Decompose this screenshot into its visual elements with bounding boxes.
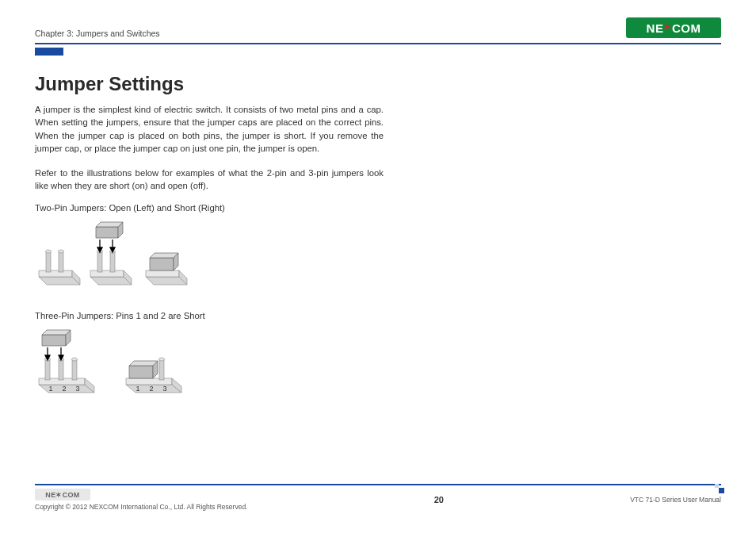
svg-marker-48 [129,366,153,378]
svg-marker-22 [146,270,179,277]
svg-rect-5 [59,251,63,272]
svg-rect-46 [159,359,164,380]
body-paragraph-2: Refer to the illustrations below for exa… [35,167,384,193]
pin-label-3b: 3 [162,385,166,393]
svg-marker-8 [90,270,124,277]
svg-rect-34 [72,359,77,380]
pin-label-2b: 2 [149,385,153,393]
svg-rect-12 [110,251,115,272]
page-header: Chapter 3: Jumpers and Switches NE✶COM [35,17,721,44]
illustration-three-pin-jumpers: 1 2 3 [35,325,384,408]
manual-name: VTC 71-D Series User Manual [630,496,721,504]
svg-marker-36 [42,335,66,346]
body-paragraph-1: A jumper is the simplest kind of electri… [35,103,384,155]
pin-label-1: 1 [48,385,52,393]
header-accent-bar [35,48,63,56]
illustration-two-pin-jumpers [35,217,384,300]
svg-marker-1 [39,270,72,277]
svg-marker-14 [96,227,118,238]
copyright-text: Copyright © 2012 NEXCOM International Co… [35,503,247,511]
svg-rect-32 [59,359,63,380]
svg-marker-44 [126,378,172,385]
page-footer: NE✶COM Copyright © 2012 NEXCOM Internati… [35,484,721,511]
svg-point-6 [59,250,64,253]
caption-two-pin: Two-Pin Jumpers: Open (Left) and Short (… [35,203,384,213]
company-logo: NE✶COM [626,17,721,38]
svg-marker-24 [150,258,174,270]
svg-rect-3 [46,251,51,272]
chapter-title: Chapter 3: Jumpers and Switches [35,29,160,38]
pin-label-2: 2 [62,385,66,393]
footer-company-logo: NE✶COM [35,489,90,500]
page-number: 20 [434,495,444,504]
svg-rect-10 [97,251,102,272]
logo-part-left: NE [647,21,664,35]
page-title: Jumper Settings [35,73,384,95]
svg-point-35 [72,358,78,361]
svg-point-4 [46,250,52,253]
pin-label-3: 3 [75,385,79,393]
pin-label-1b: 1 [136,385,139,393]
logo-star-icon: ✶ [663,21,672,33]
logo-part-right: COM [672,21,701,35]
footer-decor-icon [715,484,724,493]
caption-three-pin: Three-Pin Jumpers: Pins 1 and 2 are Shor… [35,311,384,320]
svg-rect-30 [45,359,50,380]
page-content: Jumper Settings A jumper is the simplest… [35,73,721,484]
svg-point-47 [159,358,165,361]
